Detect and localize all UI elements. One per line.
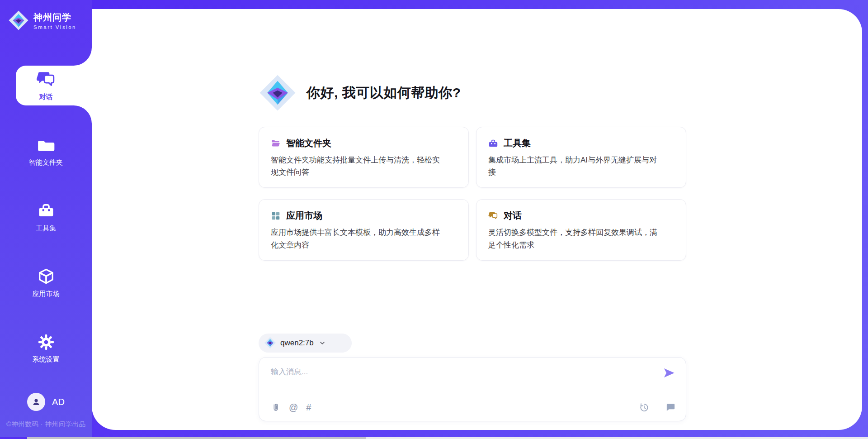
sidebar-item-label: 对话 <box>39 93 53 101</box>
card-description: 应用市场提供丰富长文本模板，助力高效生成多样化文章内容 <box>271 226 443 251</box>
app-subtitle: Smart Vision <box>33 24 76 30</box>
horizontal-scrollbar[interactable] <box>27 437 868 439</box>
message-composer: @ # <box>259 357 686 421</box>
card-app-market[interactable]: 应用市场 应用市场提供丰富长文本模板，助力高效生成多样化文章内容 <box>259 199 469 260</box>
grid-icon <box>271 211 281 221</box>
send-icon <box>663 367 675 379</box>
greeting-gem-icon <box>259 74 297 112</box>
card-title: 工具集 <box>504 137 531 149</box>
feature-cards: 智能文件夹 智能文件夹功能支持批量文件上传与清洗，轻松实现文件问答 工具集 集成… <box>259 127 686 261</box>
user-profile[interactable]: AD <box>0 393 92 411</box>
history-icon <box>639 402 649 413</box>
send-button[interactable] <box>662 367 676 380</box>
cube-icon <box>36 267 56 286</box>
chat-mode-button[interactable] <box>665 402 676 414</box>
main-content: 你好, 我可以如何帮助你? 智能文件夹 智能文件夹功能支持批量文件上传与清洗，轻… <box>259 9 686 421</box>
sidebar-item-toolset[interactable]: 工具集 <box>0 197 92 237</box>
copyright-text: ©神州数码 · 神州问学出品 <box>6 420 92 429</box>
mention-button[interactable]: @ <box>289 402 298 414</box>
folder-open-icon <box>271 138 281 148</box>
app-logo: 神州问学 Smart Vision <box>8 10 76 31</box>
sidebar-item-label: 智能文件夹 <box>29 158 63 167</box>
sidebar-item-label: 应用市场 <box>33 290 60 298</box>
greeting-text: 你好, 我可以如何帮助你? <box>307 84 461 102</box>
sidebar-item-smart-folder[interactable]: 智能文件夹 <box>0 131 92 171</box>
sidebar: 神州问学 Smart Vision 对话 智能文件夹 工具集 <box>0 0 92 437</box>
folder-icon <box>36 135 56 155</box>
sidebar-item-chat[interactable]: 对话 <box>0 66 92 105</box>
hash-icon: # <box>306 402 311 413</box>
at-icon: @ <box>289 402 298 413</box>
active-nav-fillet-top <box>74 48 92 66</box>
card-description: 集成市场上主流工具，助力AI与外界无缝扩展与对接 <box>488 154 661 178</box>
gear-icon <box>36 332 56 352</box>
paperclip-icon <box>271 403 281 413</box>
card-title: 应用市场 <box>286 210 322 222</box>
composer-toolbar-right <box>639 402 676 414</box>
main-panel: 你好, 我可以如何帮助你? 智能文件夹 智能文件夹功能支持批量文件上传与清洗，轻… <box>92 9 862 430</box>
toolbox-icon <box>36 201 56 221</box>
toolbox-icon <box>488 138 498 148</box>
model-name: qwen2:7b <box>280 339 314 348</box>
history-button[interactable] <box>639 402 649 414</box>
chat-bubble-icon <box>665 402 676 413</box>
card-description: 智能文件夹功能支持批量文件上传与清洗，轻松实现文件问答 <box>271 154 443 178</box>
active-nav-fillet-bottom <box>74 105 92 124</box>
card-title: 智能文件夹 <box>286 137 331 149</box>
avatar <box>27 393 45 411</box>
person-icon <box>31 396 42 407</box>
card-toolset[interactable]: 工具集 集成市场上主流工具，助力AI与外界无缝扩展与对接 <box>476 127 686 188</box>
sidebar-item-label: 系统设置 <box>33 355 60 364</box>
greeting-row: 你好, 我可以如何帮助你? <box>259 74 686 112</box>
sidebar-item-label: 工具集 <box>36 224 56 233</box>
chat-bubbles-icon <box>36 70 56 90</box>
brand-gem-icon <box>8 10 29 31</box>
composer-toolbar: @ # <box>271 394 676 421</box>
app-name: 神州问学 <box>33 11 76 24</box>
chat-bubbles-icon <box>488 211 498 221</box>
card-chat[interactable]: 对话 灵活切换多模型文件，支持多样回复效果调试，满足个性化需求 <box>476 199 686 260</box>
sidebar-item-settings[interactable]: 系统设置 <box>0 328 92 368</box>
horizontal-scrollbar-thumb[interactable] <box>27 437 366 439</box>
attach-file-button[interactable] <box>271 402 281 414</box>
card-title: 对话 <box>504 210 522 222</box>
sidebar-item-app-market[interactable]: 应用市场 <box>0 262 92 302</box>
topic-button[interactable]: # <box>306 402 311 414</box>
model-selector[interactable]: qwen2:7b <box>259 334 352 353</box>
message-input[interactable] <box>259 358 657 392</box>
card-description: 灵活切换多模型文件，支持多样回复效果调试，满足个性化需求 <box>488 226 661 251</box>
chevron-down-icon <box>319 339 326 347</box>
model-gem-icon <box>264 337 276 349</box>
user-initials: AD <box>52 397 65 407</box>
card-smart-folder[interactable]: 智能文件夹 智能文件夹功能支持批量文件上传与清洗，轻松实现文件问答 <box>259 127 469 188</box>
